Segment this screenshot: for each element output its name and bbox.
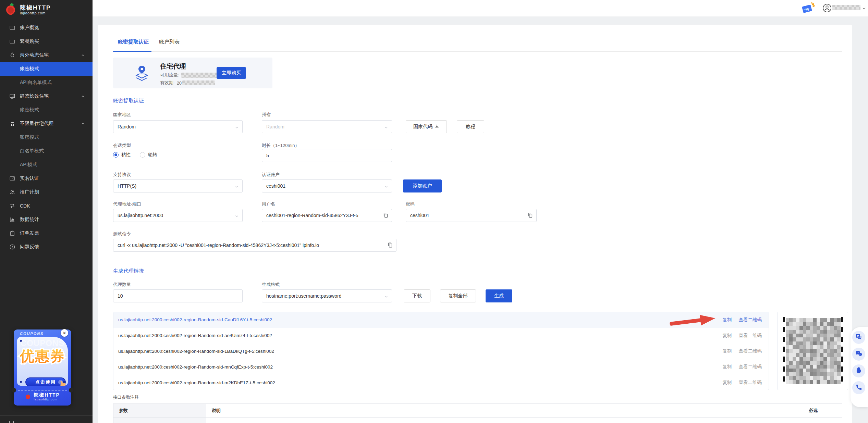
auth-account-select[interactable]: ceshi001 [262,179,392,192]
sidebar-item-unlimited-residential[interactable]: 不限量住宅代理 [0,117,93,130]
use-coupon-button[interactable]: 点击使用 [25,377,66,386]
tab-account-list[interactable]: 账户列表 [159,39,180,45]
proxy-url[interactable]: us.lajiaohttp.net:2000:ceshi002-region-R… [118,317,272,322]
chevron-up-icon[interactable] [81,53,85,58]
proxy-host-select[interactable]: us.lajiaohttp.net:2000 [113,209,243,222]
proxy-row[interactable]: us.lajiaohttp.net:2000:ceshi002-region-R… [113,359,769,375]
proxy-row[interactable]: us.lajiaohttp.net:2000:ceshi002-region-R… [113,375,769,390]
download-button[interactable]: 下载 [404,289,430,302]
view-qr-link[interactable]: 查看二维码 [739,364,762,370]
format-select[interactable]: hostname:port:username:password [262,289,392,302]
copy-link[interactable]: 复制 [723,317,732,323]
protocol-select[interactable]: HTTP(S) [113,179,243,192]
people-icon [9,189,16,196]
copy-icon[interactable] [527,212,533,220]
generate-button[interactable]: 生成 [486,289,512,302]
id-card-icon [9,175,16,182]
sidebar-item-overseas-dynamic[interactable]: 海外动态住宅 [0,48,93,62]
view-qr-link[interactable]: 查看二维码 [739,317,762,323]
view-qr-link[interactable]: 查看二维码 [739,348,762,354]
proxy-count-input[interactable] [113,289,243,302]
coupon-ticket-icon[interactable]: % [800,1,816,16]
section-title-generate-links[interactable]: 生成代理链接 [113,268,144,274]
session-rotate-option[interactable]: 轮转 [140,152,157,158]
chevron-down-icon [235,184,239,190]
chevron-down-icon [384,125,388,130]
bar-chart-icon [9,216,16,223]
copy-all-button[interactable]: 复制全部 [440,289,476,302]
user-avatar-icon[interactable] [822,3,832,14]
clipboard-icon [9,230,16,237]
username-label: 用户名 [262,201,275,207]
proxy-row[interactable]: us.lajiaohttp.net:2000:ceshi002-region-R… [113,344,769,359]
phone-button[interactable] [852,381,865,394]
wechat-button[interactable] [852,348,865,361]
tab-credential-extract[interactable]: 账密提取认证 [118,39,149,45]
chevron-up-icon[interactable] [81,121,85,127]
sidebar-item-statistics[interactable]: 数据统计 [0,213,93,226]
params-table-header: 参数 说明 必选 [113,404,842,418]
view-qr-link[interactable]: 查看二维码 [739,380,762,386]
exclamation-bubble-icon [9,244,16,250]
test-command-field [113,239,396,252]
sidebar-item-credential-mode-unlimited[interactable]: 账密模式 [0,130,93,144]
copy-link[interactable]: 复制 [723,380,732,386]
sidebar-item-invoice[interactable]: 订单发票 [0,226,93,240]
password-input[interactable] [406,209,537,222]
protocol-label: 支持协议 [113,172,131,178]
password-label: 密码 [406,201,415,207]
sidebar-item-cdk[interactable]: CDK [0,199,93,213]
banner-traffic-row: 可用流量: [160,72,220,78]
sidebar-item-account-overview[interactable]: 账户概览 [0,21,93,35]
coupon-dashed-line [18,390,67,390]
buy-now-button[interactable]: 立即购买 [217,67,246,79]
sidebar-item-realname-auth[interactable]: 实名认证 [0,172,93,185]
username-input[interactable] [262,209,392,222]
tutorial-button[interactable]: 教程 [457,120,484,133]
online-chat-button[interactable] [852,331,865,344]
section-title-credential-extract[interactable]: 账密提取认证 [113,98,144,104]
session-sticky-option[interactable]: 粘性 [113,152,131,158]
copy-link[interactable]: 复制 [723,364,732,370]
sidebar-item-feedback[interactable]: 问题反馈 [0,240,93,254]
country-label: 国家地区 [113,112,131,118]
sidebar-item-credential-mode-static[interactable]: 账密模式 [0,103,93,117]
view-qr-link[interactable]: 查看二维码 [739,333,762,339]
brand-logo[interactable]: 辣椒HTTP lajiaohttp.com [5,2,51,17]
sidebar-item-whitelist-mode[interactable]: 白名单模式 [0,144,93,158]
chili-logo-icon [5,2,17,17]
duration-label: 时长（1~120min） [262,142,299,149]
proxy-url[interactable]: us.lajiaohttp.net:2000:ceshi002-region-R… [118,349,274,354]
sidebar-item-credential-mode-active[interactable]: 账密模式 [0,62,93,76]
chevron-up-icon[interactable] [81,94,85,99]
radio-unselected-icon[interactable] [140,152,145,158]
copy-link[interactable]: 复制 [723,333,732,339]
close-icon[interactable]: ✕ [61,329,68,337]
country-select[interactable]: Random [113,120,243,133]
sidebar-item-package-purchase[interactable]: 套餐购买 [0,35,93,48]
proxy-url[interactable]: us.lajiaohttp.net:2000:ceshi002-region-R… [118,380,275,385]
coupon-brand-row: 辣椒HTTP lajiaohttp.com [14,393,71,401]
coupon-popup: COUPONS ✕ COUPONS 优惠券 优惠券 点击使用 [14,329,71,406]
proxy-url[interactable]: us.lajiaohttp.net:2000:ceshi002-region-R… [118,333,272,338]
sidebar-item-api-whitelist-mode[interactable]: API白名单模式 [0,76,93,89]
sidebar-item-api-mode[interactable]: API模式 [0,158,93,172]
duration-field [262,149,392,162]
test-command-input[interactable] [113,239,396,252]
copy-icon[interactable] [383,212,389,220]
country-code-button[interactable]: 国家代码 [406,120,447,133]
duration-input[interactable] [262,149,392,162]
copy-link[interactable]: 复制 [723,348,732,354]
radio-selected-icon[interactable] [113,152,119,158]
phone-icon [855,384,863,392]
proxy-url[interactable]: us.lajiaohttp.net:2000:ceshi002-region-R… [118,364,273,370]
sidebar-item-static-residential[interactable]: 静态长效住宅 [0,89,93,103]
chevron-down-icon[interactable] [862,6,866,12]
state-select[interactable]: Random [262,120,392,133]
qr-code-panel [777,312,848,390]
banner-title: 住宅代理 [160,62,186,71]
qq-button[interactable] [852,364,865,377]
add-account-button[interactable]: 添加账户 [403,179,442,192]
sidebar-item-referral-plan[interactable]: 推广计划 [0,185,93,199]
copy-icon[interactable] [387,242,393,250]
